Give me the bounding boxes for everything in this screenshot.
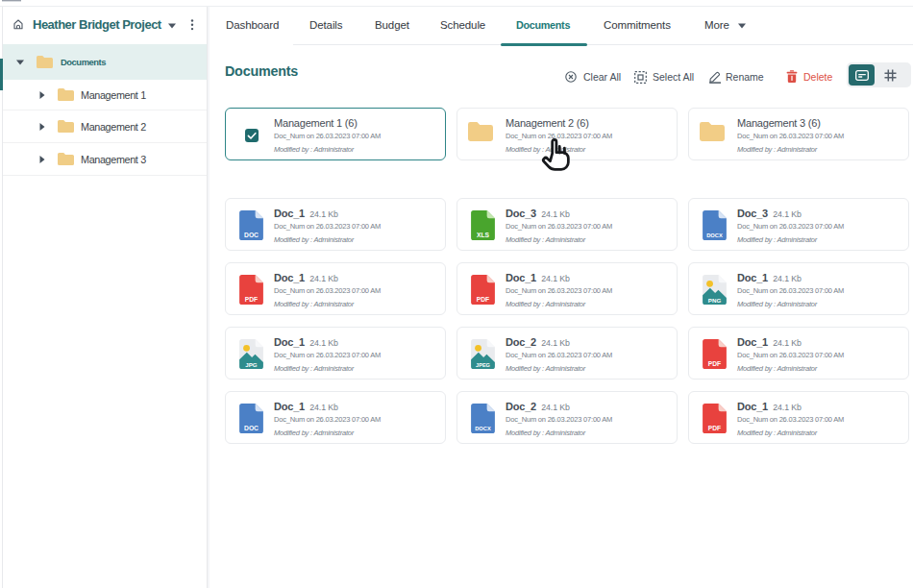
svg-text:XLS: XLS xyxy=(477,232,490,238)
svg-text:PDF: PDF xyxy=(477,296,489,303)
svg-text:JPEG: JPEG xyxy=(476,362,490,368)
svg-text:DOCX: DOCX xyxy=(706,233,723,238)
svg-text:PDF: PDF xyxy=(708,425,721,431)
svg-text:PDF: PDF xyxy=(708,360,721,367)
svg-text:DOCX: DOCX xyxy=(475,426,491,431)
svg-text:PDF: PDF xyxy=(245,296,258,303)
svg-text:PNG: PNG xyxy=(708,297,722,304)
svg-text:DOC: DOC xyxy=(244,232,259,238)
svg-text:DOC: DOC xyxy=(244,425,259,431)
svg-text:JPG: JPG xyxy=(246,361,259,368)
